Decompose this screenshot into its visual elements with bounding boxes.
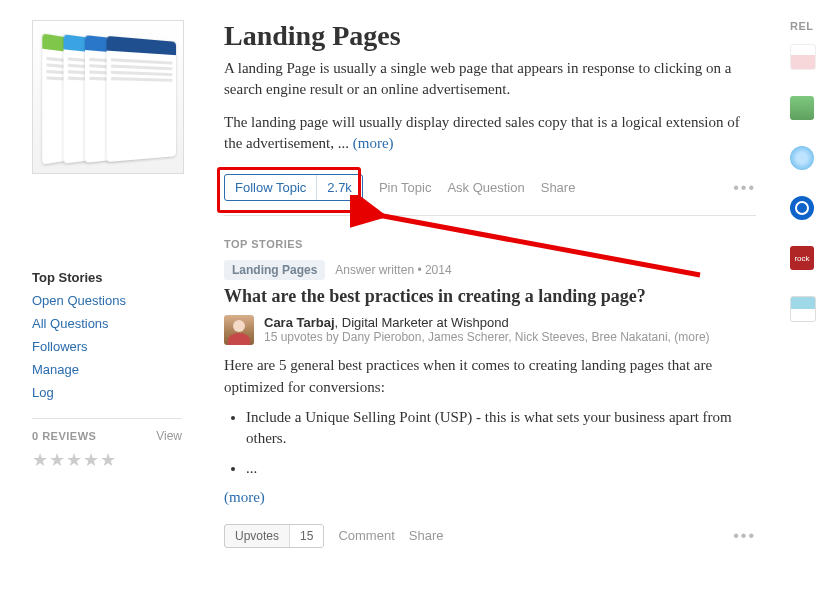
topic-thumbnail[interactable]: [32, 20, 184, 174]
related-heading: REL: [790, 20, 818, 32]
upvote-label: Upvotes: [225, 525, 289, 547]
story-bullet-1: Include a Unique Selling Point (USP) - t…: [246, 407, 756, 451]
story-overflow-menu[interactable]: •••: [733, 527, 756, 545]
author-line[interactable]: Cara Tarbaj, Digital Marketer at Wishpon…: [264, 315, 710, 330]
topic-description-1: A landing Page is usually a single web p…: [224, 58, 756, 100]
follow-topic-button[interactable]: Follow Topic 2.7k: [224, 174, 363, 201]
related-item-4[interactable]: [790, 196, 814, 220]
related-item-5[interactable]: rock: [790, 246, 814, 270]
share-story-link[interactable]: Share: [409, 528, 444, 543]
topic-overflow-menu[interactable]: •••: [733, 179, 756, 197]
sidebar-link-open-questions[interactable]: Open Questions: [32, 293, 182, 308]
topic-more-link[interactable]: (more): [353, 135, 394, 151]
comment-link[interactable]: Comment: [338, 528, 394, 543]
topic-description-2: The landing page will usually display di…: [224, 112, 756, 154]
related-item-2[interactable]: [790, 96, 814, 120]
story-topic-pill[interactable]: Landing Pages: [224, 260, 325, 280]
topic-title: Landing Pages: [224, 20, 756, 52]
author-avatar[interactable]: [224, 315, 254, 345]
author-upvoters-more[interactable]: (more): [674, 330, 709, 344]
story-bullet-list: Include a Unique Selling Point (USP) - t…: [246, 407, 756, 480]
author-upvoters: 15 upvotes by Dany Pierobon, James Scher…: [264, 330, 710, 344]
sidebar-link-manage[interactable]: Manage: [32, 362, 182, 377]
upvote-button[interactable]: Upvotes 15: [224, 524, 324, 548]
author-upvoters-text: 15 upvotes by Dany Pierobon, James Scher…: [264, 330, 674, 344]
ask-question-link[interactable]: Ask Question: [447, 180, 524, 195]
pin-topic-link[interactable]: Pin Topic: [379, 180, 432, 195]
follow-count: 2.7k: [316, 175, 362, 200]
reviews-count-label: 0 REVIEWS: [32, 430, 96, 442]
sidebar-link-followers[interactable]: Followers: [32, 339, 182, 354]
related-item-3[interactable]: [790, 146, 814, 170]
related-item-1[interactable]: [790, 44, 816, 70]
star-rating[interactable]: ★★★★★: [32, 449, 182, 471]
sidebar-link-all-questions[interactable]: All Questions: [32, 316, 182, 331]
reviews-view-link[interactable]: View: [156, 429, 182, 443]
story-bullet-2: ...: [246, 458, 756, 480]
top-stories-heading: TOP STORIES: [224, 238, 756, 250]
story-meta: Answer written • 2014: [335, 263, 451, 277]
story-more-link[interactable]: (more): [224, 489, 265, 506]
story-title-link[interactable]: What are the best practices in creating …: [224, 286, 756, 307]
topic-description-2-text: The landing page will usually display di…: [224, 114, 740, 151]
sidebar-heading: Top Stories: [32, 270, 182, 285]
upvote-count: 15: [289, 525, 323, 547]
share-topic-link[interactable]: Share: [541, 180, 576, 195]
follow-label: Follow Topic: [225, 175, 316, 200]
author-name: Cara Tarbaj: [264, 315, 335, 330]
sidebar-link-log[interactable]: Log: [32, 385, 182, 400]
author-role: , Digital Marketer at Wishpond: [335, 315, 509, 330]
related-item-6[interactable]: [790, 296, 816, 322]
story-body-intro: Here are 5 general best practices when i…: [224, 355, 756, 399]
